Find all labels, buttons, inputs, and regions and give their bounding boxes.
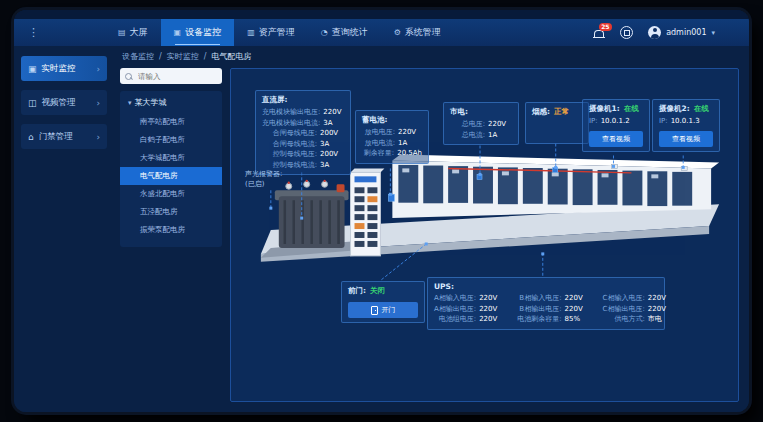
nav-label: 系统管理 [405, 26, 441, 39]
ups-phase-a-column: A相输入电压:220V A相输出电压:220V 电池组电压:220V [434, 293, 503, 325]
view-video-button[interactable]: 查看视频 [589, 131, 643, 147]
notification-bell-icon[interactable]: 25 [593, 27, 605, 39]
supply-mode-value: 市电 [648, 314, 672, 325]
topbar-right-tools: 25 admin001 ▾ [593, 26, 749, 39]
open-door-label: 开门 [382, 305, 396, 315]
app-body: ▣ 实时监控 › ◫ 视频管理 › ⌂ 门禁管理 › 设备监控 / 实时监控 / [14, 46, 749, 412]
ups-phase-c-column: C相输入电压:220V C相输出电压:220V 供电方式:市电 [603, 293, 672, 325]
metric-value: 220V [398, 127, 422, 138]
tree-item[interactable]: 南亭站配电所 [120, 113, 222, 131]
metric-label: 控制母线电压: [262, 149, 317, 160]
chevron-down-icon: ▾ [711, 29, 715, 37]
metric-label: 放电电压: [362, 127, 395, 138]
tree-item[interactable]: 永盛北配电所 [120, 185, 222, 203]
camera1-ip: 10.0.1.2 [601, 116, 630, 127]
smoke-sensor-panel: 烟感: 正常 [525, 102, 589, 144]
nav-label: 设备监控 [185, 26, 221, 39]
nav-item-device-monitor[interactable]: ▣ 设备监控 [161, 19, 235, 46]
sidebar-item-access-control[interactable]: ⌂ 门禁管理 › [21, 124, 107, 149]
nav-item-asset-mgmt[interactable]: ▥ 资产管理 [234, 19, 308, 46]
metric-value: 220V [479, 293, 503, 304]
username-text: admin001 [666, 28, 706, 37]
fullscreen-icon[interactable] [620, 26, 633, 39]
metric-value: 220V [488, 119, 512, 130]
panel-title: 市电: [450, 107, 512, 117]
station-tree-panel: ▾某大学城 南亭站配电所 白鹤子配电所 大学城配电所 电气配电房 永盛北配电所 … [120, 91, 222, 247]
door-icon: ⌂ [28, 132, 34, 142]
station-tree-column: ▾某大学城 南亭站配电所 白鹤子配电所 大学城配电所 电气配电房 永盛北配电所 … [114, 66, 226, 412]
metric-value: 220V [479, 304, 503, 315]
top-navigation-bar: ⋮ ▤ 大屏 ▣ 设备监控 ▥ 资产管理 ◔ 查询统计 ⚙ 系统管理 25 [14, 19, 749, 46]
metric-label: B相输出电压: [517, 304, 561, 315]
alarm-state: (已启) [245, 179, 282, 189]
panel-title: UPS: [434, 282, 658, 291]
ups-phase-b-column: B相输入电压:220V B相输出电压:220V 电池剩余容量:85% [517, 293, 588, 325]
door-open-icon [371, 306, 378, 315]
chevron-right-icon: › [96, 64, 100, 74]
metric-value: 85% [565, 314, 589, 325]
sidebar-item-realtime-monitor[interactable]: ▣ 实时监控 › [21, 56, 107, 81]
view-video-button[interactable]: 查看视频 [659, 131, 713, 147]
metric-value: 220V [565, 304, 589, 315]
tree-item[interactable]: 五泾配电房 [120, 203, 222, 221]
metric-value: 220V [323, 107, 347, 118]
nav-label: 查询统计 [332, 26, 368, 39]
metric-value: 220V [565, 293, 589, 304]
alarm-name: 声光报警器: [245, 169, 282, 179]
tree-item[interactable]: 大学城配电所 [120, 149, 222, 167]
chevron-right-icon: › [96, 132, 100, 142]
gear-icon: ⚙ [394, 28, 401, 37]
sound-light-alarm-label: 声光报警器: (已启) [245, 169, 282, 189]
camera1-status: 在线 [624, 104, 639, 114]
breadcrumb: 设备监控 / 实时监控 / 电气配电房 [114, 46, 749, 66]
smoke-status: 正常 [554, 107, 569, 117]
ups-panel: UPS: A相输入电压:220V A相输出电压:220V 电池组电压:220V … [427, 277, 665, 330]
metric-value: 200V [320, 149, 344, 160]
panel-title: 蓄电池: [362, 115, 422, 125]
search-icon [125, 73, 132, 80]
breadcrumb-item[interactable]: 设备监控 [122, 51, 154, 62]
metric-label: 总电流: [450, 130, 485, 141]
tree-item[interactable]: 白鹤子配电所 [120, 131, 222, 149]
metric-label: 电池组电压: [434, 314, 476, 325]
metric-label: C相输入电压: [603, 293, 645, 304]
asset-icon: ▥ [247, 28, 255, 37]
nav-item-dashboard[interactable]: ▤ 大屏 [105, 19, 161, 46]
user-menu[interactable]: admin001 ▾ [648, 26, 715, 39]
room-monitor-viewport: 直流屏: 充电模块输出电压:220V 充电模块输出电流:3A 合闸母线电压:20… [230, 68, 739, 402]
panel-title: 直流屏: [262, 95, 344, 105]
left-sidebar: ▣ 实时监控 › ◫ 视频管理 › ⌂ 门禁管理 › [14, 46, 114, 412]
metric-value: 3A [320, 139, 344, 150]
breadcrumb-item[interactable]: 实时监控 [167, 51, 199, 62]
sidebar-item-video-mgmt[interactable]: ◫ 视频管理 › [21, 90, 107, 115]
search-input[interactable] [136, 71, 218, 82]
metric-value: 200V [320, 128, 344, 139]
metric-value: 20.5Ah [397, 148, 422, 159]
open-door-button[interactable]: 开门 [348, 302, 418, 318]
nav-item-system-mgmt[interactable]: ⚙ 系统管理 [381, 19, 454, 46]
metric-label: 总电压: [450, 119, 485, 130]
nav-item-query-stats[interactable]: ◔ 查询统计 [308, 19, 381, 46]
door-label: 前门: [348, 286, 366, 296]
dc-screen-panel: 直流屏: 充电模块输出电压:220V 充电模块输出电流:3A 合闸母线电压:20… [255, 90, 351, 175]
breadcrumb-separator: / [204, 52, 207, 61]
metric-value: 3A [320, 160, 344, 171]
user-avatar [648, 26, 661, 39]
metric-value: 220V [648, 293, 672, 304]
bell-glyph [594, 30, 604, 38]
metric-value: 1A [488, 130, 512, 141]
panel-title: 摄像机2: [659, 104, 690, 114]
metric-label: 剩余容量: [362, 148, 394, 159]
tree-root-node[interactable]: ▾某大学城 [120, 97, 222, 108]
chevron-right-icon: › [96, 98, 100, 108]
tree-root-label: 某大学城 [135, 98, 167, 107]
tree-item[interactable]: 振荣泵配电房 [120, 221, 222, 239]
menu-dots-icon[interactable]: ⋮ [28, 26, 39, 39]
video-icon: ◫ [28, 98, 37, 108]
tree-search-box[interactable] [120, 68, 222, 84]
tree-item-selected[interactable]: 电气配电房 [120, 167, 222, 185]
breadcrumb-current: 电气配电房 [211, 51, 251, 62]
dashboard-icon: ▤ [118, 28, 126, 37]
metric-label: C相输出电压: [603, 304, 645, 315]
sidebar-item-label: 视频管理 [42, 97, 76, 109]
